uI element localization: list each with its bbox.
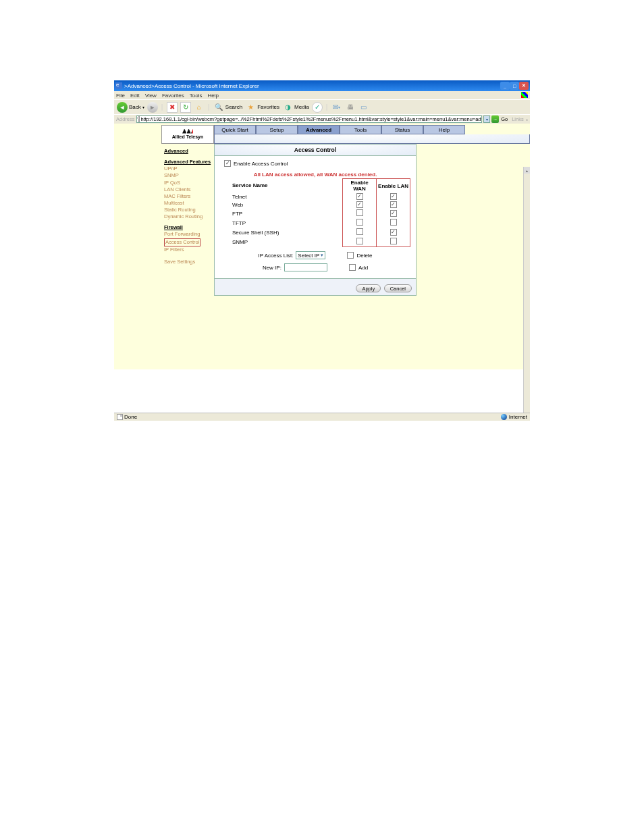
search-button[interactable]: 🔍 Search xyxy=(213,102,242,113)
status-page-icon xyxy=(117,414,123,420)
nav-accesscontrol[interactable]: Access Control xyxy=(164,238,200,246)
minimize-button[interactable]: _ xyxy=(500,82,510,90)
enable-lan-checkbox[interactable] xyxy=(390,229,397,236)
enable-wan-checkbox[interactable] xyxy=(356,219,363,226)
service-name: SNMP xyxy=(220,237,343,247)
delete-checkbox[interactable] xyxy=(347,252,354,259)
print-button[interactable]: 🖶 xyxy=(345,102,356,113)
search-icon: 🔍 xyxy=(213,102,224,113)
media-label: Media xyxy=(294,104,309,110)
enable-access-label: Enable Access Control xyxy=(234,161,288,167)
internet-zone-icon xyxy=(501,414,507,420)
media-button[interactable]: ◑ Media xyxy=(282,102,309,113)
nav-snmp[interactable]: SNMP xyxy=(164,172,211,179)
vertical-scrollbar[interactable]: ▴ xyxy=(523,167,530,413)
nav-macfilters[interactable]: MAC Filters xyxy=(164,193,211,200)
service-row: TFTP xyxy=(220,218,410,228)
go-button[interactable]: → xyxy=(491,115,499,123)
enable-lan-checkbox[interactable] xyxy=(390,193,397,200)
refresh-button[interactable]: ↻ xyxy=(180,102,191,113)
address-bar: Address http://192.168.1.1/cgi-bin/webcm… xyxy=(114,114,530,124)
router-tabs: Quick Start Setup Advanced Tools Status … xyxy=(214,125,530,134)
history-button[interactable]: ✓ xyxy=(312,102,323,113)
enable-wan-checkbox[interactable] xyxy=(356,209,363,216)
back-label: Back xyxy=(129,104,141,110)
panel-body: Enable Access Control All LAN access all… xyxy=(214,156,417,279)
menu-view[interactable]: View xyxy=(145,93,157,99)
nav-staticrouting[interactable]: Static Routing xyxy=(164,207,211,213)
nav-section-firewall: Firewall xyxy=(164,224,211,231)
tab-advanced[interactable]: Advanced xyxy=(298,125,340,134)
links-label[interactable]: Links xyxy=(512,116,524,122)
toolbar: ◄ Back ▾ ► │ ✖ ↻ ⌂ │ 🔍 Search ★ Favorite… xyxy=(114,99,530,114)
brand-logo: Allied Telesyn xyxy=(161,125,214,144)
address-input[interactable]: http://192.168.1.1/cgi-bin/webcm?getpage… xyxy=(136,115,483,123)
nav-lanclients[interactable]: LAN Clients xyxy=(164,186,211,193)
ipaccess-label: IP Access List: xyxy=(258,253,293,259)
newip-input[interactable] xyxy=(284,263,327,271)
home-button[interactable]: ⌂ xyxy=(194,102,205,113)
back-dropdown-icon[interactable]: ▾ xyxy=(142,105,144,109)
newip-label: New IP: xyxy=(263,265,281,271)
nav-ipqos[interactable]: IP QoS xyxy=(164,180,211,186)
cancel-button[interactable]: Cancel xyxy=(384,284,412,292)
service-row: Web xyxy=(220,201,410,209)
window-titlebar: >Advanced>Access Control - Microsoft Int… xyxy=(114,80,530,91)
delete-label: Delete xyxy=(356,253,372,259)
stop-button[interactable]: ✖ xyxy=(167,102,178,113)
service-name: Telnet xyxy=(220,192,343,201)
enable-lan-checkbox[interactable] xyxy=(390,219,397,226)
enable-wan-checkbox[interactable] xyxy=(356,228,363,235)
edit-button[interactable]: ▭ xyxy=(358,102,369,113)
scroll-up-icon[interactable]: ▴ xyxy=(524,167,530,174)
nav-savesettings[interactable]: Save Settings xyxy=(164,259,211,265)
tab-setup[interactable]: Setup xyxy=(256,125,298,134)
hdr-enable-wan: Enable WAN xyxy=(343,179,377,193)
service-name: Web xyxy=(220,201,343,209)
nav-multicast[interactable]: Multicast xyxy=(164,200,211,207)
address-dropdown-icon[interactable]: ▾ xyxy=(483,115,490,123)
menu-edit[interactable]: Edit xyxy=(130,93,140,99)
forward-button[interactable]: ► xyxy=(147,102,158,113)
menu-help[interactable]: Help xyxy=(207,93,218,99)
enable-lan-checkbox[interactable] xyxy=(390,210,397,217)
enable-lan-checkbox[interactable] xyxy=(390,201,397,208)
menu-favorites[interactable]: Favorites xyxy=(162,93,184,99)
service-row: Secure Shell (SSH) xyxy=(220,228,410,237)
menu-file[interactable]: File xyxy=(116,93,125,99)
tab-tools[interactable]: Tools xyxy=(340,125,381,134)
nav-dynamicrouting[interactable]: Dynamic Routing xyxy=(164,213,211,220)
ipaccess-select[interactable]: Select IP ▾ xyxy=(296,251,325,259)
page-content: Allied Telesyn Quick Start Setup Advance… xyxy=(114,124,530,369)
back-button[interactable]: ◄ Back ▾ xyxy=(117,102,144,113)
address-label: Address xyxy=(116,116,135,122)
close-button[interactable]: ✕ xyxy=(519,82,529,90)
hdr-enable-lan: Enable LAN xyxy=(377,179,410,193)
menu-tools[interactable]: Tools xyxy=(190,93,203,99)
access-warning: All LAN access allowed, all WAN access d… xyxy=(220,170,410,178)
enable-access-checkbox[interactable] xyxy=(224,160,231,167)
favorites-button[interactable]: ★ Favorites xyxy=(245,102,279,113)
enable-wan-checkbox[interactable] xyxy=(356,238,363,244)
add-checkbox[interactable] xyxy=(349,264,356,271)
status-zone: Internet xyxy=(509,414,527,420)
nav-ipfilters[interactable]: IP Filters xyxy=(164,246,211,253)
mail-button[interactable]: ✉▾ xyxy=(331,102,342,113)
enable-wan-checkbox[interactable] xyxy=(356,201,363,208)
apply-button[interactable]: Apply xyxy=(356,284,381,292)
links-chevron-icon[interactable]: » xyxy=(526,118,528,122)
tab-help[interactable]: Help xyxy=(423,125,465,134)
enable-wan-checkbox[interactable] xyxy=(356,193,363,200)
tab-status[interactable]: Status xyxy=(381,125,423,134)
ie-icon xyxy=(115,82,122,89)
maximize-button[interactable]: □ xyxy=(510,82,519,90)
panel-title: Access Control xyxy=(214,144,417,156)
service-row: SNMP xyxy=(220,237,410,247)
enable-lan-checkbox[interactable] xyxy=(390,238,397,244)
back-icon: ◄ xyxy=(117,102,128,113)
search-label: Search xyxy=(225,104,242,110)
tab-quickstart[interactable]: Quick Start xyxy=(214,125,256,134)
nav-portforwarding[interactable]: Port Forwarding xyxy=(164,231,211,238)
nav-upnp[interactable]: UPnP xyxy=(164,165,211,172)
address-url: http://192.168.1.1/cgi-bin/webcm?getpage… xyxy=(141,116,483,122)
